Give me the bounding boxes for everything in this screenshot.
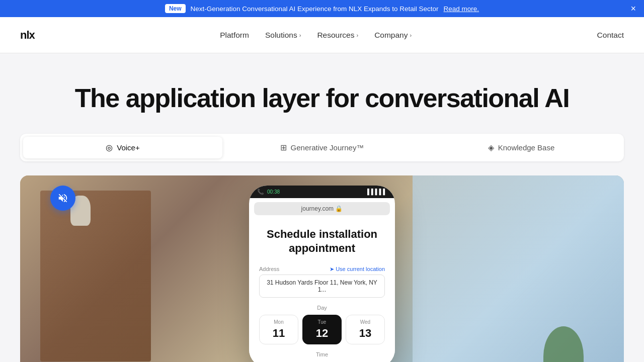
generative-journey-icon: ⊞ [280,143,287,152]
day-wed[interactable]: Wed 13 [346,315,385,344]
tab-bar: ◎ Voice+ ⊞ Generative Journey™ ◈ Knowled… [20,134,624,161]
page-title: The application layer for conversational… [20,83,624,114]
address-input[interactable]: 31 Hudson Yards Floor 11, New York, NY 1… [259,275,385,298]
phone-mockup: 📞 00:38 ▌▌▌▌▌ journey.com 🔒 Schedule ins… [249,186,395,362]
solutions-chevron-icon: › [299,32,301,38]
company-chevron-icon: › [410,32,412,38]
tab-voice-plus[interactable]: ◎ Voice+ [23,137,222,158]
schedule-title: Schedule installation appointment [259,227,385,256]
tab-knowledge-base-label: Knowledge Base [498,143,555,152]
phone-status-bar: 📞 00:38 ▌▌▌▌▌ [249,186,395,198]
main-section: The application layer for conversational… [0,53,644,362]
tab-generative-journey[interactable]: ⊞ Generative Journey™ [222,137,422,158]
phone-url-bar: journey.com 🔒 [254,202,390,215]
time-label: Time [259,351,385,357]
announcement-banner: New Next-Generation Conversational AI Ex… [0,0,644,17]
nav-solutions[interactable]: Solutions › [265,31,301,40]
nav-contact-link[interactable]: Contact [597,31,624,40]
call-info: 📞 00:38 [257,189,280,195]
room-shelf [40,191,151,361]
use-location-link[interactable]: ➤ Use current location [330,266,385,273]
day-picker: Mon 11 Tue 12 Wed 13 [259,315,385,344]
close-banner-button[interactable]: × [630,4,636,13]
signal-bars: ▌▌▌▌▌ [367,189,387,195]
nav-platform[interactable]: Platform [220,31,249,40]
resources-chevron-icon: › [356,32,358,38]
read-more-link[interactable]: Read more. [444,5,479,13]
call-icon: 📞 [257,189,264,195]
room-window [413,175,624,362]
tab-voice-plus-label: Voice+ [117,143,139,152]
nav-company[interactable]: Company › [374,31,412,40]
tab-knowledge-base[interactable]: ◈ Knowledge Base [422,137,621,158]
location-icon: ➤ [330,266,334,273]
hero-image-area: 📞 00:38 ▌▌▌▌▌ journey.com 🔒 Schedule ins… [20,175,624,362]
call-time: 00:38 [267,189,280,195]
knowledge-base-icon: ◈ [488,143,494,152]
main-nav: nlx Platform Solutions › Resources › Com… [0,17,644,53]
announcement-text: Next-Generation Conversational AI Experi… [191,5,439,13]
day-tue[interactable]: Tue 12 [302,315,342,344]
mute-button[interactable] [50,186,75,211]
nav-links: Platform Solutions › Resources › Company… [220,31,412,40]
tab-generative-journey-label: Generative Journey™ [291,143,364,152]
day-mon[interactable]: Mon 11 [259,315,298,344]
nav-resources[interactable]: Resources › [317,31,358,40]
voice-plus-icon: ◎ [106,143,113,152]
mute-icon [57,193,68,204]
day-label: Day [259,305,385,311]
new-badge: New [165,4,186,13]
url-text: journey.com 🔒 [301,205,343,212]
address-field-label: Address ➤ Use current location [259,266,385,273]
phone-content: Schedule installation appointment Addres… [249,219,395,362]
logo[interactable]: nlx [20,29,35,42]
